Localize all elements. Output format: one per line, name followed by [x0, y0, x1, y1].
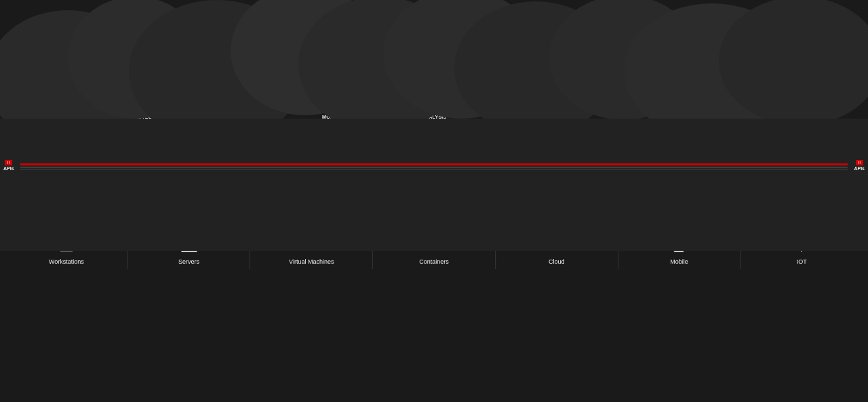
workstations-label: Workstations — [49, 258, 84, 265]
red-line — [20, 163, 848, 165]
svg-rect-10 — [0, 119, 868, 251]
mobile-label: Mobile — [670, 258, 688, 265]
servers-label: Servers — [178, 258, 199, 265]
containers-label: Containers — [419, 258, 449, 265]
apis-label-left: APIs — [3, 166, 14, 171]
cloud-label: Cloud — [549, 258, 565, 265]
iot-label: IOT — [797, 258, 807, 265]
apis-badge-right: !! — [856, 160, 863, 165]
page-wrapper: CrowdStrike Falcon Platform: Defining th… — [0, 0, 868, 402]
connector-area: !! APIs !! APIs — [0, 160, 868, 175]
apis-left: !! APIs — [3, 160, 14, 171]
apis-badge-left: !! — [5, 160, 12, 165]
cloud-background — [0, 0, 868, 251]
gray-line-2 — [20, 169, 848, 169]
apis-right: !! APIs — [854, 160, 865, 171]
apis-label-right: APIs — [854, 166, 865, 171]
gray-line-1 — [20, 167, 848, 167]
vm-label: Virtual Machines — [289, 258, 334, 265]
